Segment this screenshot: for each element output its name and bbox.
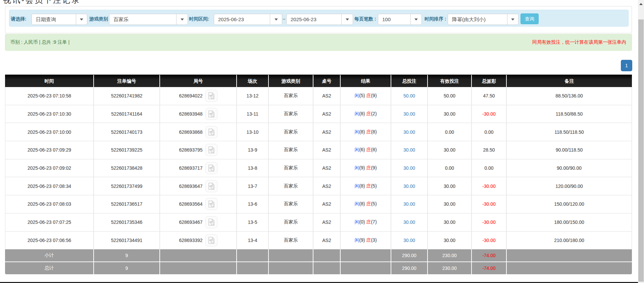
table-row: 2025-06-23 07:10:00 522601740173 6286938… xyxy=(5,123,632,141)
round-number: 628693717 xyxy=(179,165,202,171)
dropdown-arrow-button[interactable] xyxy=(176,14,188,25)
table-row: 2025-06-23 07:10:58 522601741982 6286940… xyxy=(5,87,632,105)
total-bet-link[interactable]: 30.00 xyxy=(403,165,415,171)
page-1-button[interactable]: 1 xyxy=(621,60,632,71)
dropdown-arrow-button[interactable] xyxy=(410,14,422,25)
cell-valid-bet: 0.00 xyxy=(427,159,471,177)
cell-result: 闲(6) 庄(8) xyxy=(340,141,391,159)
cell-time: 2025-06-23 07:09:02 xyxy=(5,159,93,177)
total-bet-link[interactable]: 30.00 xyxy=(403,111,415,117)
chevron-down-icon xyxy=(346,18,349,21)
cell-round-no: 628693948 xyxy=(159,105,236,123)
col-valid-bet: 有效投注 xyxy=(427,75,471,87)
total-bet-link[interactable]: 30.00 xyxy=(403,201,415,207)
dropdown-arrow-button[interactable] xyxy=(341,14,353,25)
video-replay-button[interactable] xyxy=(205,234,217,246)
video-replay-button[interactable] xyxy=(205,90,217,102)
result-banker: 庄 xyxy=(366,201,371,206)
page-size-select[interactable]: 100 xyxy=(378,14,422,25)
video-replay-button[interactable] xyxy=(205,162,217,174)
cell-remark: 118.50/88.50 xyxy=(506,105,632,123)
table-row: 2025-06-23 07:10:30 522601741164 6286939… xyxy=(5,105,632,123)
round-number: 628693795 xyxy=(179,147,202,153)
total-bet-link[interactable]: 30.00 xyxy=(403,184,415,189)
video-replay-button[interactable] xyxy=(205,126,217,138)
cell-bet-id: 522601741982 xyxy=(93,87,159,105)
video-replay-icon xyxy=(207,146,215,154)
cell-time: 2025-06-23 07:10:58 xyxy=(5,87,93,105)
cell-remark: 90.00/118.50 xyxy=(506,141,632,159)
query-type-select[interactable]: 日期查询 xyxy=(32,14,87,25)
cell-game-type: 百家乐 xyxy=(268,141,313,159)
betting-records-page: 视讯-会员下注记录 请选择: 日期查询 游戏类别 百家乐 时间区间: 2025-… xyxy=(0,0,644,283)
scrollbar-thumb[interactable] xyxy=(638,19,644,282)
cell-total-bet: 30.00 xyxy=(391,105,427,123)
game-type-select[interactable]: 百家乐 xyxy=(109,14,188,25)
vertical-scrollbar[interactable] xyxy=(638,0,644,283)
search-button[interactable]: 查询 xyxy=(521,13,539,24)
video-replay-button[interactable] xyxy=(205,144,217,156)
filter-bar: 请选择: 日期查询 游戏类别 百家乐 时间区间: 2025-06-23 ~ 20… xyxy=(9,10,629,27)
cell-remark: 120.00/90.00 xyxy=(506,177,632,195)
cell-bet-id: 522601737499 xyxy=(93,177,159,195)
table-row: 2025-06-23 07:08:34 522601737499 6286936… xyxy=(5,177,632,195)
date-to-select[interactable]: 2025-06-23 xyxy=(286,14,353,25)
result-player-score: (5) xyxy=(359,93,365,98)
table-row: 2025-06-23 07:08:03 522601736517 6286935… xyxy=(5,195,632,213)
dropdown-arrow-button[interactable] xyxy=(270,14,282,25)
cell-total-bet: 30.00 xyxy=(391,141,427,159)
col-session: 场次 xyxy=(236,75,268,87)
cell-bet-id: 522601735346 xyxy=(93,213,159,232)
game-type-value: 百家乐 xyxy=(109,14,176,25)
time-order-select[interactable]: 降幂(由大到小) xyxy=(448,14,518,25)
cell-remark: 90.00/90.00 xyxy=(506,159,632,177)
chevron-down-icon xyxy=(181,18,184,21)
video-replay-button[interactable] xyxy=(205,108,217,120)
cell-payout: 0.00 xyxy=(471,159,506,177)
video-replay-button[interactable] xyxy=(205,216,217,228)
cell-round-no: 628693795 xyxy=(159,141,236,159)
video-replay-button[interactable] xyxy=(205,198,217,210)
cell-result: 闲(8) 庄(2) xyxy=(340,105,391,123)
cell-time: 2025-06-23 07:10:30 xyxy=(5,105,93,123)
chevron-down-icon xyxy=(275,18,278,21)
total-bet-link[interactable]: 30.00 xyxy=(403,238,415,243)
cell-result: 闲(9) 庄(9) xyxy=(340,159,391,177)
col-result: 结果 xyxy=(340,75,391,87)
cell-valid-bet: 30.00 xyxy=(427,177,471,195)
total-valid-bet: 230.00 xyxy=(427,262,471,274)
cell-session: 13-8 xyxy=(236,159,268,177)
cell-session: 13-4 xyxy=(236,232,268,250)
cell-total-bet: 50.00 xyxy=(391,87,427,105)
total-count: 9 xyxy=(93,262,159,274)
result-player-score: (9) xyxy=(359,237,365,243)
subtotal-row: 小计 9 290.00 230.00 -74.00 xyxy=(5,249,632,262)
result-player-score: (9) xyxy=(359,165,365,170)
video-replay-button[interactable] xyxy=(205,180,217,192)
video-replay-icon xyxy=(207,164,215,172)
cell-result: 闲(9) 庄(3) xyxy=(340,232,391,250)
cell-round-no: 628693717 xyxy=(159,159,236,177)
result-banker-score: (3) xyxy=(371,237,377,243)
result-banker-score: (9) xyxy=(371,165,377,170)
cell-valid-bet: 30.00 xyxy=(427,195,471,213)
cell-time: 2025-06-23 07:06:56 xyxy=(5,232,93,250)
dropdown-arrow-button[interactable] xyxy=(76,14,87,25)
scrollbar-up-button[interactable] xyxy=(638,0,644,7)
cell-time: 2025-06-23 07:09:29 xyxy=(5,141,93,159)
total-bet-link[interactable]: 30.00 xyxy=(403,219,415,225)
total-bet-link[interactable]: 50.00 xyxy=(403,93,415,98)
result-banker: 庄 xyxy=(366,93,371,98)
table-footer: 小计 9 290.00 230.00 -74.00 总计 9 xyxy=(5,249,632,274)
date-from-select[interactable]: 2025-06-23 xyxy=(214,14,282,25)
result-banker: 庄 xyxy=(366,129,371,134)
dropdown-arrow-button[interactable] xyxy=(507,14,518,25)
col-table-no: 桌号 xyxy=(313,75,340,87)
result-banker: 庄 xyxy=(366,165,371,170)
cell-result: 闲(8) 庄(8) xyxy=(340,123,391,141)
cell-total-bet: 30.00 xyxy=(391,123,427,141)
total-bet-link[interactable]: 30.00 xyxy=(403,147,415,153)
cell-game-type: 百家乐 xyxy=(268,177,313,195)
total-bet-link[interactable]: 30.00 xyxy=(403,129,415,135)
cell-session: 13-12 xyxy=(236,87,268,105)
